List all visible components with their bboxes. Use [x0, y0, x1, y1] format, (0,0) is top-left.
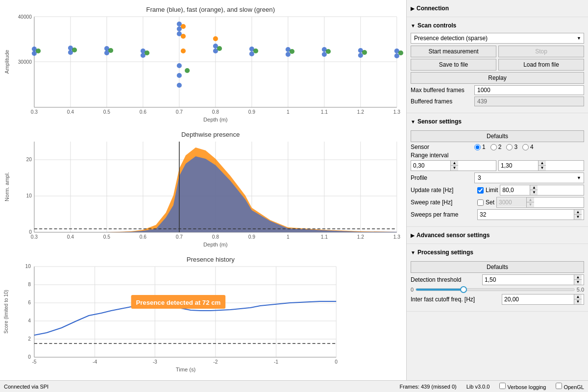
sensor-1-radio[interactable]: 1: [474, 144, 486, 150]
scan-controls-header[interactable]: ▼ Scan controls: [411, 20, 584, 31]
svg-text:0.4: 0.4: [67, 234, 74, 240]
connection-arrow: ▶: [411, 6, 415, 11]
range-start-input[interactable]: [411, 161, 450, 170]
load-from-file-button[interactable]: Load from file: [498, 59, 584, 71]
range-start-up[interactable]: ▲: [450, 161, 458, 166]
opengl-label[interactable]: OpenGL: [556, 383, 584, 390]
sensor-label: Sensor: [411, 144, 474, 150]
max-buffered-input[interactable]: [474, 85, 584, 95]
sensor-defaults-row: Defaults: [411, 130, 584, 142]
update-rate-input[interactable]: [500, 186, 530, 195]
svg-point-36: [72, 48, 77, 52]
mode-dropdown[interactable]: Presence detection (sparse): [411, 33, 584, 44]
svg-point-71: [398, 50, 403, 55]
opengl-checkbox[interactable]: [556, 383, 562, 389]
svg-text:0.7: 0.7: [176, 109, 183, 115]
sensor-defaults-button[interactable]: Defaults: [411, 130, 584, 142]
inter-down[interactable]: ▼: [574, 299, 582, 304]
threshold-down[interactable]: ▼: [574, 280, 582, 285]
verbose-logging-checkbox[interactable]: [499, 383, 506, 389]
svg-text:Norm. ampl.: Norm. ampl.: [4, 172, 10, 201]
sensor-3-radio[interactable]: 3: [506, 144, 517, 150]
set-check-row[interactable]: Set: [477, 199, 494, 206]
max-buffered-value-wrapper: [474, 85, 584, 95]
svg-text:Amplitude: Amplitude: [4, 50, 10, 74]
stop-button[interactable]: Stop: [498, 46, 584, 57]
range-end-input[interactable]: [499, 161, 538, 170]
svg-point-50: [181, 34, 186, 39]
presence-tooltip: Presence detected at 72 cm: [136, 299, 220, 306]
profile-label: Profile: [411, 174, 474, 181]
sensor-settings-section: ▼ Sensor settings Defaults Sensor 1: [407, 113, 588, 227]
sweep-rate-row: Sweep rate [Hz] Set ▲ ▼: [411, 197, 584, 208]
svg-text:6: 6: [28, 300, 31, 305]
replay-button[interactable]: Replay: [411, 72, 584, 84]
limit-check-row[interactable]: Limit: [477, 187, 498, 194]
replay-row: Replay: [411, 72, 584, 84]
svg-text:0.5: 0.5: [103, 234, 110, 240]
sweeps-up[interactable]: ▲: [574, 210, 582, 215]
inter-up[interactable]: ▲: [574, 294, 582, 299]
sensor-row: Sensor 1 2 3 4: [411, 144, 584, 150]
sensor-3-input[interactable]: [506, 144, 513, 150]
svg-text:0.9: 0.9: [248, 109, 255, 115]
proc-defaults-button[interactable]: Defaults: [411, 261, 584, 273]
threshold-input[interactable]: [483, 275, 574, 284]
sweep-rate-label: Sweep rate [Hz]: [411, 199, 474, 206]
sensor-2-radio[interactable]: 2: [490, 144, 502, 150]
range-start-down[interactable]: ▼: [450, 166, 458, 171]
range-end-down[interactable]: ▼: [538, 166, 546, 171]
threshold-up[interactable]: ▲: [574, 275, 582, 280]
threshold-slider-thumb[interactable]: [460, 286, 467, 293]
start-measurement-button[interactable]: Start measurement: [411, 46, 496, 57]
bottom-chart-title: Presence history: [187, 256, 235, 263]
svg-point-61: [286, 52, 291, 57]
inter-input-wrapper: ▲ ▼: [502, 294, 584, 305]
sweeps-per-frame-input[interactable]: [478, 210, 574, 219]
svg-point-46: [177, 63, 182, 68]
update-rate-label: Update rate [Hz]: [411, 187, 474, 194]
limit-checkbox[interactable]: [477, 187, 484, 194]
sensor-4-radio[interactable]: 4: [522, 144, 534, 150]
update-rate-row: Update rate [Hz] Limit ▲ ▼: [411, 185, 584, 196]
processing-settings-header[interactable]: ▼ Processing settings: [411, 247, 584, 258]
svg-point-58: [249, 51, 254, 56]
start-stop-row: Start measurement Stop: [411, 46, 584, 57]
sensor-1-input[interactable]: [474, 144, 481, 150]
scan-controls-section: ▼ Scan controls Presence detection (spar…: [407, 17, 588, 113]
sweep-rate-input: [497, 198, 526, 207]
set-label: Set: [486, 199, 494, 206]
svg-text:0: 0: [28, 354, 31, 360]
sensor-settings-header[interactable]: ▼ Sensor settings: [411, 116, 584, 127]
sensor-4-input[interactable]: [522, 144, 529, 150]
update-rate-down[interactable]: ▼: [530, 190, 538, 195]
sweep-rate-down: ▼: [526, 202, 534, 207]
svg-text:Depth (m): Depth (m): [203, 242, 228, 247]
update-rate-up[interactable]: ▲: [530, 185, 538, 190]
inter-row: Inter fast cutoff freq. [Hz] ▲ ▼: [411, 294, 584, 305]
svg-point-49: [181, 24, 186, 29]
advanced-sensor-arrow: ▶: [411, 233, 415, 238]
range-end-up[interactable]: ▲: [538, 161, 546, 166]
right-panel: ▶ Connection ▼ Scan controls Presence de…: [407, 0, 588, 380]
profile-dropdown[interactable]: 3: [474, 172, 584, 183]
svg-text:0.8: 0.8: [212, 109, 219, 115]
svg-point-59: [253, 49, 258, 53]
svg-text:8: 8: [28, 282, 31, 287]
connection-header[interactable]: ▶ Connection: [411, 3, 584, 14]
advanced-sensor-header[interactable]: ▶ Advanced sensor settings: [411, 230, 584, 241]
svg-text:0.8: 0.8: [212, 234, 219, 240]
sweeps-per-frame-input-wrapper: ▲ ▼: [477, 209, 584, 220]
middle-chart: Depthwise presence: [2, 127, 404, 252]
sweeps-down[interactable]: ▼: [574, 215, 582, 220]
threshold-slider-track[interactable]: [416, 288, 575, 291]
save-to-file-button[interactable]: Save to file: [411, 59, 496, 71]
svg-point-55: [213, 36, 218, 41]
set-checkbox[interactable]: [477, 199, 484, 206]
threshold-slider-fill: [416, 289, 464, 291]
sensor-2-input[interactable]: [490, 144, 497, 150]
advanced-sensor-section: ▶ Advanced sensor settings: [407, 227, 588, 244]
scan-controls-arrow: ▼: [411, 23, 416, 28]
inter-input[interactable]: [502, 295, 574, 304]
verbose-logging-label[interactable]: Verbose logging: [499, 383, 546, 390]
